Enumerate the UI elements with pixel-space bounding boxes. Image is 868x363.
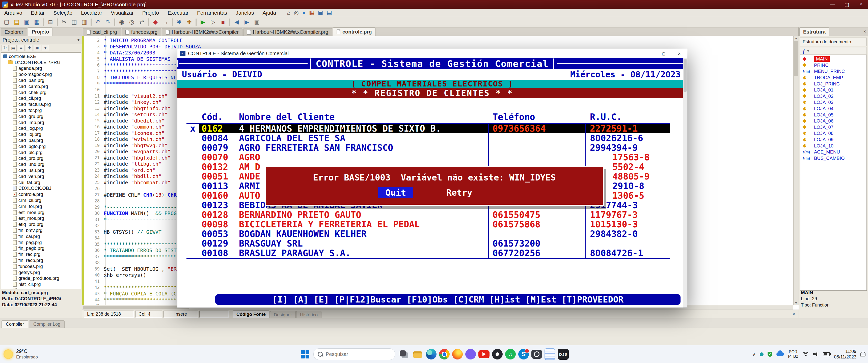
language-indicator[interactable]: POR PTB2 — [788, 350, 798, 359]
client-row[interactable]: 00129 BRASGUAY SRL 061573200 — [186, 239, 670, 248]
refresh-icon[interactable]: ↻ — [1, 45, 8, 51]
print-icon[interactable]: ⊟ — [45, 18, 56, 27]
open-folder-icon[interactable]: ▤ — [11, 18, 22, 27]
view-icon[interactable]: ▤ — [9, 45, 17, 51]
close-icon[interactable]: × — [792, 311, 797, 317]
tree-item[interactable]: cad_pgto.prg — [1, 143, 81, 150]
windows-icon[interactable]: ▣ — [252, 18, 262, 27]
volume-icon[interactable] — [813, 352, 819, 357]
client-row[interactable]: 00128 BERNARDINO PRIETO GAUTO 061550475 … — [186, 210, 670, 220]
tab-estrutura[interactable]: Estrutura — [799, 28, 829, 36]
file-tab[interactable]: controle.prg — [333, 28, 376, 36]
tree-item[interactable]: cad_camb.prg — [1, 84, 81, 90]
calendar-icon[interactable]: ▦ — [309, 10, 314, 15]
tree-item[interactable]: cad_cli.prg — [1, 96, 81, 102]
security-shield-icon[interactable]: ✓ — [768, 352, 772, 357]
tree-item[interactable]: funcoes.prg — [1, 263, 81, 269]
client-row[interactable]: 00053 BOGDAN KAUENHOWEN KELHER 2984382-0 — [186, 229, 670, 239]
console-scrollbar[interactable] — [683, 58, 687, 307]
editor-view-tab[interactable]: Histórico — [296, 311, 321, 318]
menu-item[interactable]: Editar — [27, 9, 49, 16]
cut-icon[interactable]: ✂ — [59, 18, 69, 27]
tree-item[interactable]: cad_ven.prg — [1, 173, 81, 179]
home-icon[interactable]: ⌂ — [287, 10, 290, 15]
scroll-up-icon[interactable]: ▲ — [794, 36, 799, 40]
console-minimize-button[interactable]: — — [640, 49, 656, 58]
weather-widget[interactable]: 29°C Ensolarado — [3, 345, 38, 363]
client-row[interactable]: x 0162 4 HERMANOS EMPRENDIMIENTOS DE SIX… — [186, 124, 670, 133]
spotify-icon[interactable]: ♫ — [505, 349, 516, 360]
youtube-icon[interactable] — [478, 350, 490, 358]
notepad-icon[interactable] — [545, 349, 555, 360]
skype-icon[interactable]: S — [518, 349, 529, 360]
back-icon[interactable]: ◀ — [231, 18, 242, 27]
monitor-icon[interactable]: ▣ — [318, 10, 323, 15]
undo-icon[interactable]: ↶ — [93, 18, 103, 27]
scrollbar-thumb[interactable] — [684, 59, 687, 92]
tree-item[interactable]: cad_par.prg — [1, 137, 81, 143]
viber-icon[interactable] — [465, 349, 476, 360]
battery-icon[interactable] — [823, 352, 830, 356]
menu-item[interactable]: Executar — [163, 9, 193, 16]
menu-item[interactable]: Localizar — [77, 9, 106, 16]
structure-item[interactable]: LOJA_10 — [800, 143, 867, 149]
tree-item[interactable]: controle.prg — [1, 191, 81, 197]
editor-view-tab[interactable]: Designer — [270, 311, 296, 318]
vertical-scrollbar[interactable]: ▲ ▼ — [793, 36, 799, 305]
new-file-icon[interactable]: ▢ — [1, 18, 11, 27]
tree-item[interactable]: cad_chek.prg — [1, 90, 81, 96]
structure-item[interactable]: MENU_PRINC — [800, 68, 867, 75]
structure-item[interactable]: LOJ_PRINC — [800, 81, 867, 87]
properties-icon[interactable]: ▣ — [34, 45, 41, 51]
save-icon[interactable]: ▣ — [22, 18, 32, 27]
add-file-icon[interactable]: ✚ — [26, 45, 33, 51]
file-tab[interactable]: funcoes.prg — [122, 28, 161, 36]
stop-icon[interactable]: ■ — [218, 18, 228, 27]
tree-item[interactable]: cad_loj.prg — [1, 131, 81, 137]
tree-item[interactable]: fin_bmv.prg — [1, 227, 81, 233]
menu-item[interactable]: Projeto — [138, 9, 163, 16]
tree-item[interactable]: cad_usu.prg — [1, 167, 81, 173]
console-maximize-button[interactable]: ▢ — [656, 49, 672, 58]
console-icon[interactable]: ▤ — [327, 10, 332, 15]
tree-item[interactable]: getsys.prg — [1, 269, 81, 275]
structure-item[interactable]: LOJA_01 — [800, 87, 867, 93]
file-explorer-icon[interactable] — [412, 349, 424, 360]
build-icon[interactable]: ✚ — [184, 18, 194, 27]
tree-item[interactable]: cad_gru.prg — [1, 113, 81, 120]
onedrive-icon[interactable] — [776, 353, 784, 356]
chevron-down-icon[interactable]: ▾ — [807, 49, 809, 53]
find-icon[interactable]: ◉ — [117, 18, 127, 27]
search-box[interactable] — [313, 349, 395, 360]
save-all-icon[interactable]: ▦ — [32, 18, 42, 27]
client-row[interactable]: 00070 AGRO 17563-8 — [186, 153, 670, 162]
tree-item[interactable]: cad_imp.prg — [1, 120, 81, 126]
menu-item[interactable]: Ajuda — [258, 9, 281, 16]
structure-item[interactable]: TROCA_EMP — [800, 75, 867, 81]
console-title-bar[interactable]: >_ CONTROLE - Sistema de Gestión Comerci… — [177, 49, 687, 58]
code-line[interactable]: 2 * INICIO PROGRAMA CONTROLE — [84, 37, 793, 44]
client-row[interactable]: 00084 AGRICOLA DEL ESTE SA 80026216-6 — [186, 133, 670, 143]
tree-item[interactable]: fin_recb.prg — [1, 257, 81, 263]
structure-item[interactable]: BUS_CAMBIO — [800, 155, 867, 162]
scrollbar-thumb[interactable] — [83, 306, 189, 309]
obs-icon[interactable] — [492, 349, 503, 360]
menu-item[interactable]: Seleção — [49, 9, 77, 16]
structure-item[interactable]: ACE_MENU — [800, 149, 867, 155]
tree-item[interactable]: fin_rec.prg — [1, 251, 81, 257]
panel-close-icon[interactable]: × — [863, 29, 866, 34]
copy-icon[interactable]: ◫ — [69, 18, 79, 27]
paste-icon[interactable]: ▥ — [79, 18, 89, 27]
task-view-icon[interactable] — [398, 349, 409, 360]
tree-item[interactable]: fin_cai.prg — [1, 233, 81, 239]
console-close-button[interactable]: × — [672, 49, 687, 58]
structure-item[interactable]: LOJA_04 — [800, 106, 867, 112]
maximize-button[interactable]: ▢ — [840, 0, 854, 9]
forward-icon[interactable]: ▶ — [242, 18, 252, 27]
collapse-icon[interactable]: ▾ — [42, 45, 49, 51]
structure-item[interactable]: PRINC — [800, 62, 867, 69]
djs-icon[interactable]: DJS — [558, 349, 569, 360]
chevron-down-icon[interactable]: ▾ — [78, 38, 80, 42]
replace-icon[interactable]: ⇄ — [137, 18, 147, 27]
tree-item[interactable]: cad_factura.prg — [1, 101, 81, 107]
